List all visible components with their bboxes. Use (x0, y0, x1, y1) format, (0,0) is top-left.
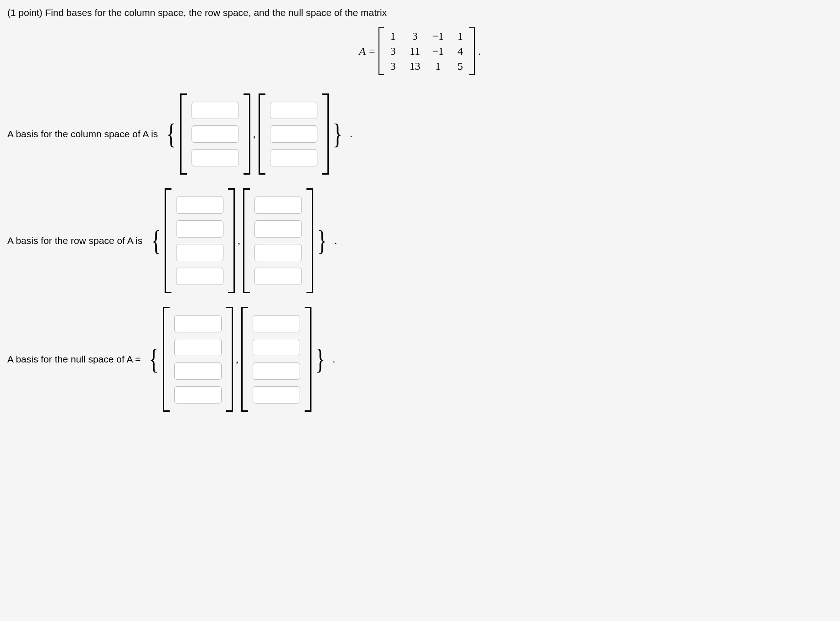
col-v1-r3-input[interactable] (192, 149, 239, 166)
col-v2-r2-input[interactable] (270, 125, 317, 143)
bracket-right (228, 188, 235, 293)
null-v2-r2-input[interactable] (253, 339, 300, 356)
null-vector-2 (241, 307, 311, 412)
null-space-label: A basis for the null space of A = (7, 354, 140, 365)
matrix-cells: 1 3 −1 1 3 11 −1 4 3 13 1 5 (384, 27, 470, 75)
null-v2-r1-input[interactable] (253, 315, 300, 332)
cell: 11 (410, 45, 420, 57)
cell: 4 (456, 45, 465, 57)
matrix-definition: A = 1 3 −1 1 3 11 −1 4 3 13 1 5 . (7, 27, 833, 75)
cell: 1 (389, 30, 398, 42)
period: . (350, 128, 353, 140)
row-v2-r1-input[interactable] (254, 197, 302, 214)
row-v2-r4-input[interactable] (254, 268, 302, 285)
row-vector-2 (243, 188, 313, 293)
comma: , (253, 128, 256, 140)
col-v1-r2-input[interactable] (192, 125, 239, 143)
period: . (332, 353, 335, 365)
bracket-left (163, 307, 170, 412)
comma: , (236, 353, 239, 365)
matrix-period: . (478, 46, 481, 57)
column-space-answer: A basis for the column space of A is { ,… (7, 93, 833, 175)
cell: 13 (410, 60, 420, 72)
bracket-left (379, 27, 384, 75)
cell: 1 (432, 60, 444, 72)
cell: −1 (432, 30, 444, 42)
null-v2-r4-input[interactable] (253, 386, 300, 404)
null-v1-r2-input[interactable] (174, 339, 222, 356)
period: . (334, 235, 337, 247)
row-v1-r4-input[interactable] (176, 268, 223, 285)
col-v2-r1-input[interactable] (270, 102, 317, 119)
row-v2-r3-input[interactable] (254, 244, 302, 261)
bracket-right (244, 93, 250, 175)
problem-text: Find bases for the column space, the row… (45, 7, 387, 18)
cell: 3 (389, 60, 398, 72)
bracket-right (305, 307, 311, 412)
cell: 3 (410, 30, 420, 42)
row-v1-r1-input[interactable] (176, 197, 223, 214)
row-space-answer: A basis for the row space of A is { , (7, 188, 833, 293)
row-space-label: A basis for the row space of A is (7, 235, 143, 246)
col-v2-r3-input[interactable] (270, 149, 317, 166)
bracket-left (259, 93, 265, 175)
bracket-right (226, 307, 233, 412)
bracket-left (243, 188, 250, 293)
cell: −1 (432, 45, 444, 57)
matrix-lhs: A = (359, 45, 375, 57)
bracket-left (165, 188, 171, 293)
row-v2-r2-input[interactable] (254, 220, 302, 238)
row-v1-r2-input[interactable] (176, 220, 223, 238)
null-vector-1 (163, 307, 233, 412)
points-label: (1 point) (7, 7, 45, 18)
cell: 3 (389, 45, 398, 57)
bracket-left (180, 93, 187, 175)
col-v1-r1-input[interactable] (192, 102, 239, 119)
comma: , (238, 235, 240, 247)
problem-statement: (1 point) Find bases for the column spac… (7, 7, 833, 18)
null-v1-r4-input[interactable] (174, 386, 222, 404)
cell: 1 (456, 30, 465, 42)
null-space-answer: A basis for the null space of A = { , (7, 307, 833, 412)
bracket-right (322, 93, 329, 175)
bracket-right (306, 188, 313, 293)
row-v1-r3-input[interactable] (176, 244, 223, 261)
bracket-right (469, 27, 475, 75)
row-vector-1 (165, 188, 235, 293)
matrix-A: 1 3 −1 1 3 11 −1 4 3 13 1 5 (379, 27, 475, 75)
column-space-label: A basis for the column space of A is (7, 129, 158, 140)
cell: 5 (456, 60, 465, 72)
null-v1-r3-input[interactable] (174, 362, 222, 380)
column-vector-1 (180, 93, 250, 175)
null-v2-r3-input[interactable] (253, 362, 300, 380)
column-vector-2 (259, 93, 329, 175)
bracket-left (241, 307, 248, 412)
null-v1-r1-input[interactable] (174, 315, 222, 332)
